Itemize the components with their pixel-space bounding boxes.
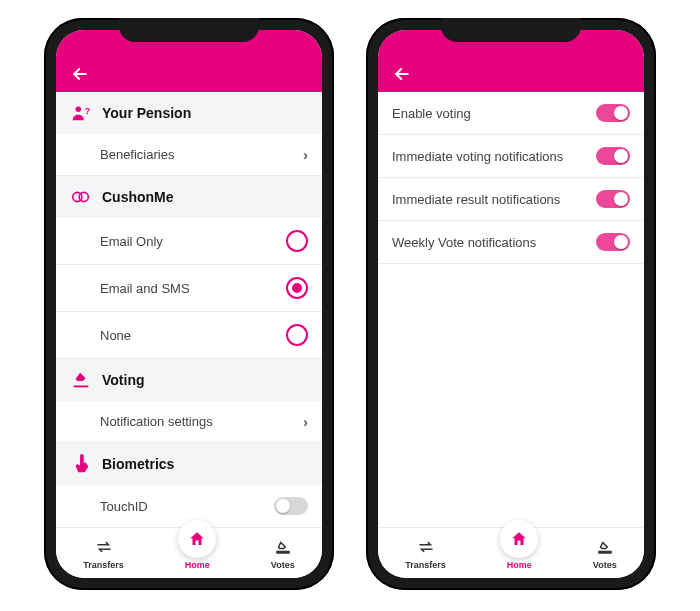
row-immediate-voting-label: Immediate voting notifications bbox=[392, 149, 563, 164]
svg-point-3 bbox=[79, 192, 88, 201]
section-pension-title: Your Pension bbox=[102, 105, 191, 121]
section-cushonme: CushonMe bbox=[56, 176, 322, 218]
toggle-on-icon bbox=[596, 104, 630, 122]
section-voting-title: Voting bbox=[102, 372, 145, 388]
row-beneficiaries-label: Beneficiaries bbox=[100, 147, 174, 162]
row-enable-voting-label: Enable voting bbox=[392, 106, 471, 121]
toggle-on-icon bbox=[596, 147, 630, 165]
row-immediate-result-label: Immediate result notifications bbox=[392, 192, 560, 207]
row-immediate-voting[interactable]: Immediate voting notifications bbox=[378, 135, 644, 178]
tab-home[interactable]: Home bbox=[500, 534, 538, 570]
toggle-on-icon bbox=[596, 190, 630, 208]
tab-bar: Transfers Home Votes bbox=[56, 527, 322, 578]
tab-transfers-label: Transfers bbox=[83, 560, 124, 570]
cushonme-icon bbox=[70, 186, 92, 208]
svg-point-0 bbox=[76, 107, 82, 113]
back-arrow-icon[interactable] bbox=[70, 64, 90, 84]
svg-text:?: ? bbox=[85, 106, 91, 116]
notch bbox=[441, 18, 581, 42]
radio-selected-icon bbox=[286, 277, 308, 299]
row-weekly-vote-label: Weekly Vote notifications bbox=[392, 235, 536, 250]
row-notification-settings-label: Notification settings bbox=[100, 414, 213, 429]
tab-votes[interactable]: Votes bbox=[593, 536, 617, 570]
chevron-right-icon: › bbox=[303, 146, 308, 163]
radio-icon bbox=[286, 230, 308, 252]
section-voting: Voting bbox=[56, 359, 322, 401]
tab-votes[interactable]: Votes bbox=[271, 536, 295, 570]
radio-email-sms[interactable]: Email and SMS bbox=[56, 265, 322, 312]
radio-icon bbox=[286, 324, 308, 346]
notch bbox=[119, 18, 259, 42]
tab-transfers[interactable]: Transfers bbox=[405, 536, 446, 570]
section-biometrics: Biometrics bbox=[56, 443, 322, 485]
votes-icon bbox=[272, 536, 294, 558]
tab-votes-label: Votes bbox=[271, 560, 295, 570]
radio-email-only-label: Email Only bbox=[100, 234, 163, 249]
row-touchid-label: TouchID bbox=[100, 499, 148, 514]
row-weekly-vote[interactable]: Weekly Vote notifications bbox=[378, 221, 644, 264]
touch-icon bbox=[70, 453, 92, 475]
radio-none[interactable]: None bbox=[56, 312, 322, 359]
screen: ? Your Pension Beneficiaries › CushonMe … bbox=[56, 30, 322, 578]
row-notification-settings[interactable]: Notification settings › bbox=[56, 401, 322, 443]
tab-home[interactable]: Home bbox=[178, 534, 216, 570]
person-question-icon: ? bbox=[70, 102, 92, 124]
section-cushonme-title: CushonMe bbox=[102, 189, 174, 205]
row-enable-voting[interactable]: Enable voting bbox=[378, 92, 644, 135]
chevron-right-icon: › bbox=[303, 413, 308, 430]
radio-email-only[interactable]: Email Only bbox=[56, 218, 322, 265]
phone-settings: ? Your Pension Beneficiaries › CushonMe … bbox=[44, 18, 334, 590]
home-icon bbox=[510, 530, 528, 548]
home-pill bbox=[178, 520, 216, 558]
section-biometrics-title: Biometrics bbox=[102, 456, 174, 472]
radio-none-label: None bbox=[100, 328, 131, 343]
row-beneficiaries[interactable]: Beneficiaries › bbox=[56, 134, 322, 176]
phone-voting-settings: Enable voting Immediate voting notificat… bbox=[366, 18, 656, 590]
tab-home-label: Home bbox=[507, 560, 532, 570]
toggle-off-icon bbox=[274, 497, 308, 515]
toggle-on-icon bbox=[596, 233, 630, 251]
tab-home-label: Home bbox=[185, 560, 210, 570]
radio-email-sms-label: Email and SMS bbox=[100, 281, 190, 296]
voting-icon bbox=[70, 369, 92, 391]
section-pension: ? Your Pension bbox=[56, 92, 322, 134]
voting-settings-content: Enable voting Immediate voting notificat… bbox=[378, 92, 644, 527]
transfers-icon bbox=[415, 536, 437, 558]
votes-icon bbox=[594, 536, 616, 558]
tab-votes-label: Votes bbox=[593, 560, 617, 570]
transfers-icon bbox=[93, 536, 115, 558]
home-pill bbox=[500, 520, 538, 558]
row-immediate-result[interactable]: Immediate result notifications bbox=[378, 178, 644, 221]
settings-content: ? Your Pension Beneficiaries › CushonMe … bbox=[56, 92, 322, 527]
tab-transfers-label: Transfers bbox=[405, 560, 446, 570]
tab-bar: Transfers Home Votes bbox=[378, 527, 644, 578]
back-arrow-icon[interactable] bbox=[392, 64, 412, 84]
screen: Enable voting Immediate voting notificat… bbox=[378, 30, 644, 578]
home-icon bbox=[188, 530, 206, 548]
tab-transfers[interactable]: Transfers bbox=[83, 536, 124, 570]
